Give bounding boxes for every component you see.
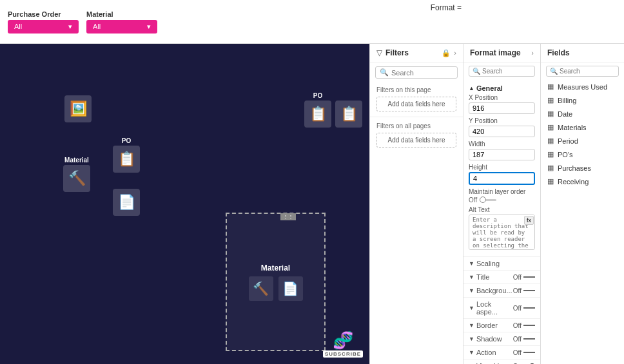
- maintain-layer-toggle[interactable]: Off: [469, 196, 535, 204]
- y-position-input[interactable]: [469, 126, 535, 137]
- filter-icon: ▽: [376, 48, 382, 57]
- subscribe-dna-icon: 🧬: [333, 330, 353, 350]
- field-item-period[interactable]: ▦ Period: [541, 134, 624, 148]
- filters-expand-icon[interactable]: ›: [454, 49, 456, 57]
- title-row[interactable]: ▼ Title Off: [463, 270, 540, 283]
- field-pos-label: PO's: [558, 151, 573, 158]
- format-eq-label: Format =: [428, 2, 464, 14]
- title-toggle[interactable]: Off: [513, 274, 535, 281]
- material-filter-group: Material All ▾: [86, 10, 157, 34]
- filters-search-icon: 🔍: [380, 68, 389, 77]
- field-item-purchases[interactable]: ▦ Purchases: [541, 161, 624, 175]
- height-label: Height: [469, 164, 535, 171]
- widget-icons-row: 🔨 📄: [249, 276, 303, 301]
- scaling-row[interactable]: ▼ Scaling: [463, 256, 540, 270]
- filters-search-wrapper: 🔍: [370, 62, 463, 82]
- field-item-receiving[interactable]: ▦ Receiving: [541, 175, 624, 188]
- widget-hammer-icon: 🔨: [249, 276, 273, 301]
- filters-lock-icon[interactable]: 🔒: [442, 49, 451, 57]
- canvas-icon-image1[interactable]: 🖼️: [64, 95, 92, 122]
- action-label: Action: [476, 349, 496, 356]
- widget-handle[interactable]: ⋮⋮: [280, 213, 296, 220]
- height-field: Height: [469, 164, 535, 185]
- field-purchases-icon: ▦: [547, 164, 554, 172]
- action-toggle[interactable]: Off: [513, 349, 535, 356]
- x-position-input[interactable]: [469, 102, 535, 114]
- width-field: Width: [469, 140, 535, 160]
- height-input[interactable]: [469, 172, 535, 185]
- fields-list: ▦ Measures Used ▦ Billing ▦ Date ▦ Mater…: [541, 80, 624, 188]
- format-panel-title: Format image: [470, 48, 521, 57]
- lock-aspect-row[interactable]: ▼ Lock aspe... Off: [463, 297, 540, 318]
- format-general-header[interactable]: ▲ General: [469, 82, 535, 94]
- fields-search-input[interactable]: [560, 68, 608, 75]
- field-billing-label: Billing: [558, 97, 576, 104]
- material-value: All: [93, 23, 101, 30]
- border-toggle[interactable]: Off: [513, 322, 535, 329]
- subscribe-text: SUBSCRIBE: [323, 350, 363, 358]
- border-row[interactable]: ▼ Border Off: [463, 318, 540, 332]
- format-search-input[interactable]: [482, 68, 524, 75]
- field-item-materials[interactable]: ▦ Materials: [541, 120, 624, 134]
- shadow-row[interactable]: ▼ Shadow Off: [463, 332, 540, 345]
- lock-aspect-toggle[interactable]: Off: [513, 305, 535, 312]
- scaling-label: Scaling: [476, 260, 500, 267]
- background-chevron: ▼: [469, 287, 474, 294]
- filters-panel: ▽ Filters 🔒 › 🔍 Filters on this page Add…: [369, 44, 463, 364]
- border-label: Border: [476, 321, 498, 329]
- filters-search-input[interactable]: [391, 69, 443, 77]
- canvas-icon-material1[interactable]: Material 🔨: [63, 157, 90, 192]
- field-measures-label: Measures Used: [558, 83, 607, 91]
- alt-text-copy-btn[interactable]: fx: [524, 216, 534, 225]
- lock-aspect-chevron: ▼: [469, 305, 474, 311]
- format-panel-expand-icon[interactable]: ›: [531, 49, 534, 57]
- scaling-chevron: ▼: [469, 260, 474, 267]
- filters-all-pages-add-btn[interactable]: Add data fields here: [376, 133, 456, 148]
- subscribe-badge[interactable]: 🧬 SUBSCRIBE: [323, 330, 363, 358]
- filters-all-pages-section: Filters on all pages Add data fields her…: [370, 119, 463, 151]
- alt-text-label: Alt Text: [469, 206, 535, 213]
- field-item-pos[interactable]: ▦ PO's: [541, 148, 624, 161]
- general-chevron-icon: ▲: [469, 85, 474, 91]
- background-toggle[interactable]: Off: [513, 287, 535, 294]
- purchase-order-select[interactable]: All ▾: [8, 20, 79, 34]
- filters-header-icons: 🔒 ›: [442, 49, 456, 57]
- y-position-field: Y Position: [469, 117, 535, 137]
- material-select[interactable]: All ▾: [86, 20, 157, 34]
- filters-this-page-add-btn[interactable]: Add data fields here: [376, 97, 456, 111]
- field-date-icon: ▦: [547, 110, 554, 118]
- action-row[interactable]: ▼ Action Off: [463, 345, 540, 359]
- field-table-icon: ▦: [547, 82, 554, 91]
- canvas-icon-doc2[interactable]: 📋: [335, 101, 362, 128]
- canvas-icon-doc1[interactable]: 📄: [113, 189, 140, 216]
- fields-search-icon: 🔍: [550, 68, 558, 75]
- field-billing-icon: ▦: [547, 96, 554, 104]
- field-purchases-label: Purchases: [558, 164, 591, 172]
- canvas-icon-po1[interactable]: PO 📋: [113, 137, 140, 173]
- field-date-label: Date: [558, 110, 572, 118]
- background-row[interactable]: ▼ Backgrou... Off: [463, 283, 540, 297]
- alt-text-field: Alt Text fx: [469, 206, 535, 251]
- field-item-measures[interactable]: ▦ Measures Used: [541, 80, 624, 93]
- fields-search-wrapper: 🔍: [541, 62, 624, 80]
- fields-panel-header: Fields: [541, 44, 624, 62]
- material-chevron: ▾: [147, 23, 151, 31]
- canvas-icon-po2[interactable]: PO 📋: [304, 92, 331, 128]
- fields-title: Fields: [547, 48, 570, 57]
- visual-header-row[interactable]: ▼ Visual he... On: [463, 359, 540, 364]
- shadow-label: Shadow: [476, 335, 502, 343]
- shadow-toggle[interactable]: Off: [513, 336, 535, 343]
- field-period-label: Period: [558, 137, 578, 145]
- shadow-chevron: ▼: [469, 336, 474, 342]
- format-search-icon: 🔍: [473, 68, 480, 75]
- width-input[interactable]: [469, 149, 535, 160]
- y-position-label: Y Position: [469, 117, 535, 124]
- field-receiving-label: Receiving: [558, 178, 589, 186]
- purchase-order-value: All: [14, 23, 22, 30]
- x-position-field: X Position: [469, 94, 535, 114]
- field-item-date[interactable]: ▦ Date: [541, 107, 624, 120]
- field-item-billing[interactable]: ▦ Billing: [541, 93, 624, 107]
- filters-title: Filters: [385, 48, 409, 57]
- selected-widget[interactable]: ⋮⋮ Material 🔨 📄: [226, 213, 326, 351]
- canvas: 🖼️ PO 📋 Material 🔨 📄 PO 📋 📋 ⋮⋮ Material …: [0, 44, 369, 364]
